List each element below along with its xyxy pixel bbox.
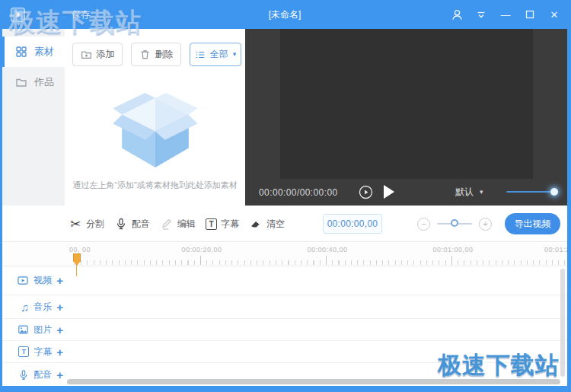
- quality-dropdown[interactable]: 默认 ▾: [455, 179, 483, 206]
- titlebar: 保存 [未命名] — ✕: [2, 0, 567, 29]
- track-row-image: 图片 +: [2, 319, 567, 341]
- app-logo-icon: [11, 8, 25, 22]
- track-head: 图片 +: [2, 319, 65, 340]
- playhead-pin[interactable]: [73, 253, 81, 266]
- dub-tool[interactable]: 配音: [114, 217, 150, 231]
- ruler-major-ticks: [75, 256, 567, 265]
- empty-box-icon: [110, 91, 200, 169]
- video-canvas: [280, 29, 533, 179]
- play-logo-glyph: [16, 11, 21, 18]
- split-tool[interactable]: ✂ 分割: [69, 217, 104, 231]
- close-button[interactable]: ✕: [547, 8, 561, 21]
- playhead[interactable]: [73, 253, 81, 276]
- track-label: 视频: [33, 274, 52, 287]
- text-icon: T: [18, 346, 29, 357]
- titlebar-controls: — ✕: [450, 0, 561, 29]
- microphone-icon: [18, 369, 29, 381]
- empty-state-text: 通过左上角“添加”或将素材拖到此处添加素材: [65, 180, 245, 191]
- play-button[interactable]: [384, 185, 394, 199]
- zoom-in-button[interactable]: +: [479, 218, 492, 231]
- image-icon: [18, 324, 29, 335]
- menu-icon[interactable]: [474, 8, 488, 21]
- zoom-slider[interactable]: [437, 223, 472, 225]
- horizontal-scrollbar[interactable]: [67, 379, 560, 384]
- add-image-button[interactable]: +: [56, 324, 63, 336]
- track-head: 配音 +: [2, 363, 65, 386]
- microphone-icon: [114, 217, 128, 231]
- track-label: 音乐: [33, 301, 52, 314]
- track-label: 字幕: [33, 346, 52, 359]
- trash-icon: [139, 49, 151, 60]
- save-menu-item[interactable]: 保存: [67, 0, 94, 29]
- add-button-label: 添加: [97, 48, 115, 61]
- export-video-button[interactable]: 导出视频: [505, 213, 560, 234]
- grid-icon: [15, 46, 27, 58]
- timeline-ruler[interactable]: 00, 00 00:00:20,00 00:00:40,00 00:01:00,…: [2, 242, 567, 266]
- eraser-icon: [249, 217, 263, 231]
- add-subtitle-button[interactable]: +: [56, 346, 63, 358]
- preview-controls: 00:00:00/00:00:00 默认 ▾: [245, 179, 567, 206]
- delete-button-label: 删除: [155, 48, 174, 61]
- volume-slider-handle[interactable]: [550, 188, 558, 196]
- playhead-line: [76, 265, 77, 276]
- tools-group: ✂ 分割 配音 编辑 T: [69, 206, 285, 242]
- tool-label: 编辑: [177, 218, 196, 231]
- ruler-label: 00:01:00,00: [432, 246, 473, 253]
- minimize-button[interactable]: —: [499, 8, 512, 21]
- track-row-video: 视频 +: [2, 266, 567, 295]
- titlebar-left: [2, 0, 25, 29]
- track-label: 配音: [33, 368, 52, 381]
- material-drop-zone[interactable]: 通过左上角“添加”或将素材拖到此处添加素材: [65, 75, 245, 206]
- add-music-button[interactable]: +: [56, 301, 63, 313]
- video-icon: [17, 275, 29, 286]
- maximize-button[interactable]: [523, 8, 537, 21]
- add-video-button[interactable]: +: [56, 275, 63, 286]
- sidebar-tab-label: 素材: [34, 45, 54, 59]
- folder-add-icon: [81, 49, 92, 60]
- main-area: 素材 作品 添加 删除: [2, 29, 567, 386]
- chevron-down-icon: ▾: [480, 189, 483, 196]
- clear-tool[interactable]: 清空: [249, 217, 285, 231]
- track-head: ♫ 音乐 +: [2, 295, 65, 318]
- scissors-icon: ✂: [69, 217, 82, 231]
- edit-tool[interactable]: 编辑: [160, 217, 196, 231]
- subtitle-tool[interactable]: T 字幕: [206, 218, 239, 231]
- sidebar-tab-works[interactable]: 作品: [2, 67, 65, 97]
- ruler-label: 00:00:20,00: [181, 246, 222, 253]
- edit-toolbar: ✂ 分割 配音 编辑 T: [2, 206, 567, 242]
- add-voice-button[interactable]: +: [56, 369, 63, 381]
- tool-label: 字幕: [221, 218, 239, 231]
- pencil-icon: [160, 217, 174, 231]
- track-head: T 字幕 +: [2, 341, 65, 362]
- user-icon[interactable]: [450, 8, 464, 21]
- music-note-icon: ♫: [21, 301, 29, 313]
- track-head: 视频 +: [2, 266, 65, 295]
- sidebar-tab-material[interactable]: 素材: [2, 37, 65, 67]
- vertical-scrollbar[interactable]: [560, 269, 565, 377]
- zoom-slider-handle[interactable]: [451, 219, 458, 227]
- track-row-music: ♫ 音乐 +: [2, 295, 567, 319]
- material-panel: 添加 删除 全部 ▾: [65, 29, 245, 206]
- filter-all-dropdown[interactable]: 全部 ▾: [190, 43, 241, 66]
- ruler-label: 00, 00: [69, 246, 91, 253]
- replay-icon[interactable]: [358, 184, 374, 200]
- timeline-zoom-control: − +: [417, 206, 492, 242]
- timeline-timecode-input[interactable]: 00:00:00,00: [323, 214, 382, 234]
- preview-timecode: 00:00:00/00:00:00: [259, 187, 338, 198]
- tool-label: 清空: [266, 218, 285, 231]
- preview-panel: 00:00:00/00:00:00 默认 ▾: [245, 29, 567, 206]
- zoom-out-button[interactable]: −: [417, 218, 430, 231]
- tool-label: 分割: [86, 218, 104, 231]
- add-button[interactable]: 添加: [72, 43, 123, 66]
- timeline: 00, 00 00:00:20,00 00:00:40,00 00:01:00,…: [2, 242, 567, 386]
- sidebar-tab-label: 作品: [34, 75, 54, 89]
- delete-button[interactable]: 删除: [131, 43, 181, 66]
- volume-slider[interactable]: [506, 191, 554, 193]
- list-icon: [195, 49, 206, 60]
- material-toolbar: 添加 删除 全部 ▾: [65, 43, 245, 66]
- filter-label: 全部: [210, 48, 228, 61]
- track-label: 图片: [33, 323, 52, 336]
- ruler-label: 00:00:40,00: [307, 246, 347, 253]
- sidebar: 素材 作品: [2, 29, 65, 206]
- folder-icon: [15, 76, 27, 88]
